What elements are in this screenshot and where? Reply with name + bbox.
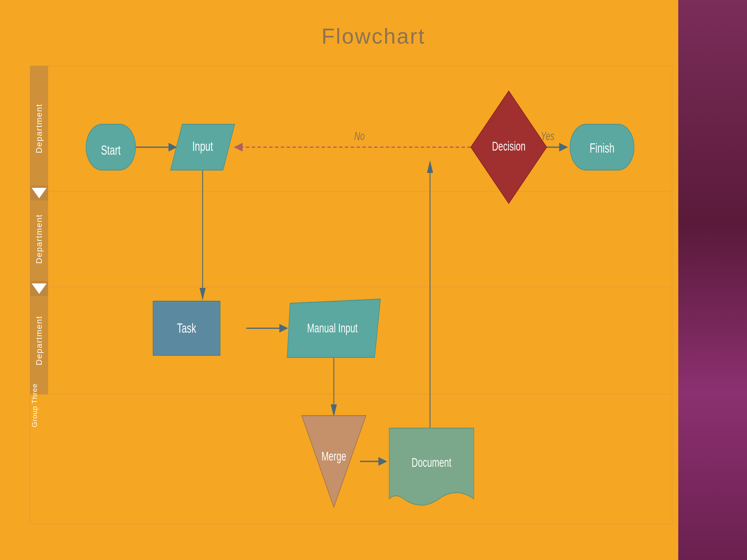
- group-three-label: Group Three: [30, 287, 39, 524]
- svg-text:Merge: Merge: [321, 449, 346, 463]
- lane-2-label: Department: [34, 214, 44, 264]
- svg-text:No: No: [354, 130, 364, 142]
- svg-text:Input: Input: [192, 139, 213, 154]
- svg-text:Start: Start: [101, 143, 121, 158]
- right-sidebar: [678, 0, 747, 560]
- lane-arrow-1: [30, 185, 48, 201]
- svg-text:Yes: Yes: [541, 130, 555, 142]
- svg-text:Decision: Decision: [492, 139, 525, 153]
- flowchart-svg: No Yes Start Input Decision Finish Task …: [48, 66, 672, 524]
- arrow-down-icon-1: [32, 188, 47, 198]
- svg-text:Finish: Finish: [590, 141, 614, 156]
- lane-2-label-bar: Department: [30, 191, 48, 287]
- lane-1-label: Department: [34, 104, 44, 153]
- svg-text:Manual Input: Manual Input: [307, 321, 358, 335]
- group-three-text: Group Three: [30, 383, 39, 427]
- svg-text:Document: Document: [411, 455, 451, 470]
- lane-1-label-bar: Department: [30, 66, 48, 191]
- flowchart-container: Department Department Department Group T…: [30, 66, 672, 524]
- page-title: Flowchart: [0, 0, 747, 48]
- svg-text:Task: Task: [177, 320, 196, 336]
